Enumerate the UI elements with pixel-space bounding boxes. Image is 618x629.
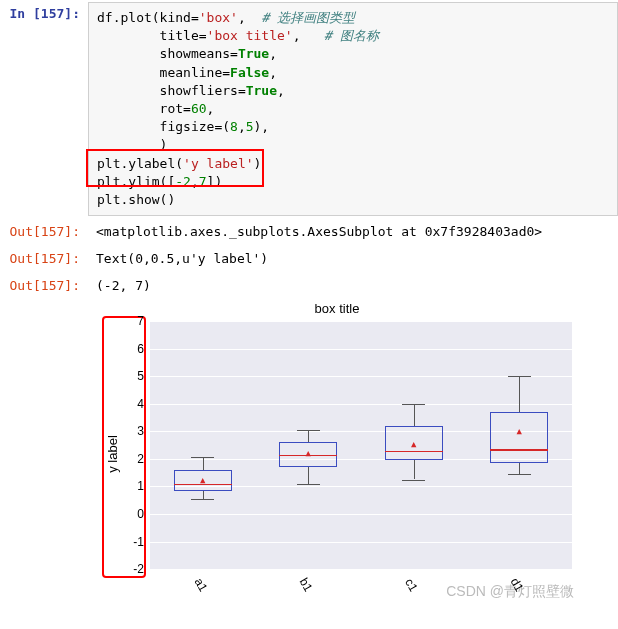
code-line-10: plt.ylim([-2,7]) — [97, 173, 609, 191]
mean-marker-icon: ▲ — [517, 426, 522, 436]
whisker-cap — [191, 499, 214, 500]
y-tick-label: -2 — [126, 562, 144, 576]
whisker — [519, 376, 520, 412]
whisker — [308, 430, 309, 442]
code-line-7: figsize=(8,5), — [97, 118, 609, 136]
chart-output: box title y label ▲▲▲▲ CSDN @青灯照壁微 -2-10… — [0, 299, 618, 609]
plot-area: ▲▲▲▲ — [150, 321, 572, 569]
y-tick-label: 7 — [126, 314, 144, 328]
whisker-cap — [402, 480, 425, 481]
input-cell: In [157]: df.plot(kind='box', # 选择画图类型 t… — [0, 0, 618, 218]
x-tick-label: a1 — [191, 575, 210, 594]
whisker — [414, 460, 415, 479]
y-tick-label: 1 — [126, 479, 144, 493]
whisker-cap — [402, 404, 425, 405]
median-line — [385, 451, 443, 453]
whisker — [414, 404, 415, 426]
code-line-9: plt.ylabel('y label') — [97, 155, 609, 173]
mean-marker-icon: ▲ — [200, 475, 205, 485]
code-line-2: title='box title', # 图名称 — [97, 27, 609, 45]
y-tick-label: 3 — [126, 424, 144, 438]
box-rect — [490, 412, 548, 463]
whisker — [203, 491, 204, 499]
code-line-8: ) — [97, 136, 609, 154]
code-line-6: rot=60, — [97, 100, 609, 118]
code-line-4: meanline=False, — [97, 64, 609, 82]
code-area[interactable]: df.plot(kind='box', # 选择画图类型 title='box … — [88, 2, 618, 216]
box-c1: ▲ — [385, 321, 443, 569]
y-tick-label: 0 — [126, 507, 144, 521]
y-tick-label: 2 — [126, 452, 144, 466]
code-line-5: showfliers=True, — [97, 82, 609, 100]
whisker-cap — [297, 484, 320, 485]
y-tick-label: -1 — [126, 535, 144, 549]
out-prompt-1: Out[157]: — [0, 220, 88, 243]
code-line-11: plt.show() — [97, 191, 609, 209]
y-tick-label: 6 — [126, 342, 144, 356]
output-cell-3: Out[157]: (-2, 7) — [0, 272, 618, 299]
box-d1: ▲ — [490, 321, 548, 569]
out-prompt-3: Out[157]: — [0, 274, 88, 297]
box-a1: ▲ — [174, 321, 232, 569]
median-line — [490, 449, 548, 451]
mean-marker-icon: ▲ — [411, 439, 416, 449]
whisker-cap — [191, 457, 214, 458]
out-prompt-2: Out[157]: — [0, 247, 88, 270]
whisker — [308, 467, 309, 484]
output-cell-2: Out[157]: Text(0,0.5,u'y label') — [0, 245, 618, 272]
code-line-3: showmeans=True, — [97, 45, 609, 63]
box-b1: ▲ — [279, 321, 337, 569]
output-text-1: <matplotlib.axes._subplots.AxesSubplot a… — [88, 220, 618, 243]
output-cell-1: Out[157]: <matplotlib.axes._subplots.Axe… — [0, 218, 618, 245]
output-text-2: Text(0,0.5,u'y label') — [88, 247, 618, 270]
whisker-cap — [297, 430, 320, 431]
mean-marker-icon: ▲ — [306, 448, 311, 458]
x-tick-label: c1 — [402, 576, 420, 594]
output-text-3: (-2, 7) — [88, 274, 618, 297]
y-tick-label: 5 — [126, 369, 144, 383]
whisker-cap — [508, 474, 531, 475]
code-line-1: df.plot(kind='box', # 选择画图类型 — [97, 9, 609, 27]
box-chart: box title y label ▲▲▲▲ CSDN @青灯照壁微 -2-10… — [88, 299, 586, 609]
y-tick-label: 4 — [126, 397, 144, 411]
gridline — [150, 569, 572, 570]
whisker — [519, 463, 520, 474]
x-tick-label: b1 — [297, 575, 316, 594]
whisker-cap — [508, 376, 531, 377]
in-prompt: In [157]: — [0, 2, 88, 25]
whisker — [203, 457, 204, 469]
chart-title: box title — [88, 301, 586, 316]
